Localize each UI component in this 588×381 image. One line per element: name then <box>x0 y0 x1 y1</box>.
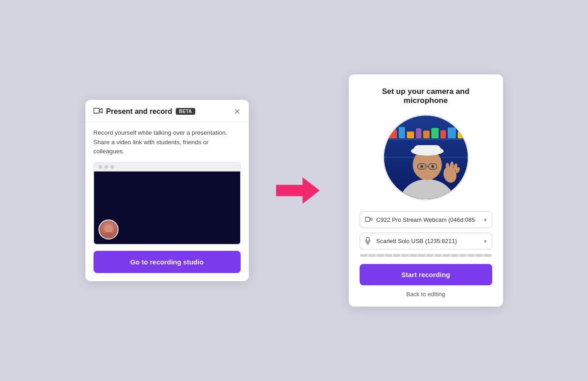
preview-titlebar <box>94 162 240 171</box>
camera-scene-svg <box>384 116 468 199</box>
audio-segment-9 <box>426 254 433 257</box>
audio-level-bar <box>360 254 492 257</box>
svg-rect-10 <box>416 128 421 138</box>
svg-rect-12 <box>431 128 439 138</box>
svg-point-24 <box>420 165 423 168</box>
microphone-icon <box>365 237 371 245</box>
svg-rect-7 <box>389 129 397 138</box>
audio-segment-7 <box>410 254 417 257</box>
video-camera-icon <box>94 107 103 116</box>
audio-segment-14 <box>468 254 474 257</box>
camera-preview <box>383 114 469 200</box>
beta-badge: BETA <box>176 108 195 115</box>
dot-3 <box>110 165 114 169</box>
svg-marker-2 <box>276 177 320 204</box>
panel-header: Present and record BETA ✕ <box>85 100 249 122</box>
svg-rect-8 <box>399 127 405 138</box>
svg-rect-20 <box>414 145 441 154</box>
camera-select[interactable]: C922 Pro Stream Webcam (046d:085c) <box>360 211 492 228</box>
audio-segment-10 <box>435 254 441 257</box>
close-icon[interactable]: ✕ <box>234 107 241 116</box>
back-to-editing-link[interactable]: Back to editing <box>360 291 492 298</box>
microphone-select[interactable]: Scarlett Solo USB (1235:8211) <box>360 233 492 249</box>
left-panel: Present and record BETA ✕ Record yoursel… <box>85 100 249 282</box>
preview-area <box>94 162 241 244</box>
start-recording-button[interactable]: Start recording <box>360 264 492 285</box>
audio-segment-6 <box>401 254 408 257</box>
right-panel-title: Set up your camera and microphone <box>360 87 492 105</box>
panel-description: Record yourself while talking over a pre… <box>85 122 249 162</box>
avatar-face <box>99 220 118 239</box>
audio-segment-11 <box>443 254 450 257</box>
panel-header-left: Present and record BETA <box>94 107 195 116</box>
svg-rect-5 <box>384 138 468 140</box>
dot-1 <box>99 165 102 169</box>
audio-segment-5 <box>393 254 400 257</box>
svg-rect-14 <box>448 127 456 138</box>
svg-rect-11 <box>423 131 430 138</box>
svg-rect-31 <box>365 217 370 221</box>
right-panel: Set up your camera and microphone <box>349 74 503 307</box>
panel-title: Present and record <box>106 107 173 116</box>
dot-2 <box>104 165 108 169</box>
audio-segment-1 <box>361 254 367 257</box>
svg-rect-9 <box>407 132 414 138</box>
audio-segment-8 <box>418 254 425 257</box>
arrow-container <box>276 172 321 209</box>
audio-segment-16 <box>484 254 491 257</box>
svg-rect-32 <box>366 237 369 241</box>
preview-screen <box>94 171 240 244</box>
webcam-icon <box>365 216 372 224</box>
audio-segment-3 <box>377 254 384 257</box>
main-scene: Present and record BETA ✕ Record yoursel… <box>0 74 588 307</box>
audio-segment-12 <box>451 254 458 257</box>
presenter-avatar <box>99 220 119 239</box>
svg-point-25 <box>431 165 434 168</box>
go-to-recording-studio-button[interactable]: Go to recording studio <box>94 251 241 273</box>
audio-segment-15 <box>476 254 483 257</box>
svg-rect-0 <box>94 108 99 113</box>
audio-segment-2 <box>369 254 376 257</box>
camera-preview-inner <box>384 116 468 199</box>
next-arrow-icon <box>276 172 321 209</box>
camera-select-wrapper: C922 Pro Stream Webcam (046d:085c) ▾ <box>360 211 492 228</box>
svg-rect-15 <box>458 131 467 138</box>
svg-rect-13 <box>440 130 446 138</box>
audio-segment-13 <box>460 254 466 257</box>
audio-segment-4 <box>385 254 392 257</box>
microphone-select-wrapper: Scarlett Solo USB (1235:8211) ▾ <box>360 233 492 249</box>
